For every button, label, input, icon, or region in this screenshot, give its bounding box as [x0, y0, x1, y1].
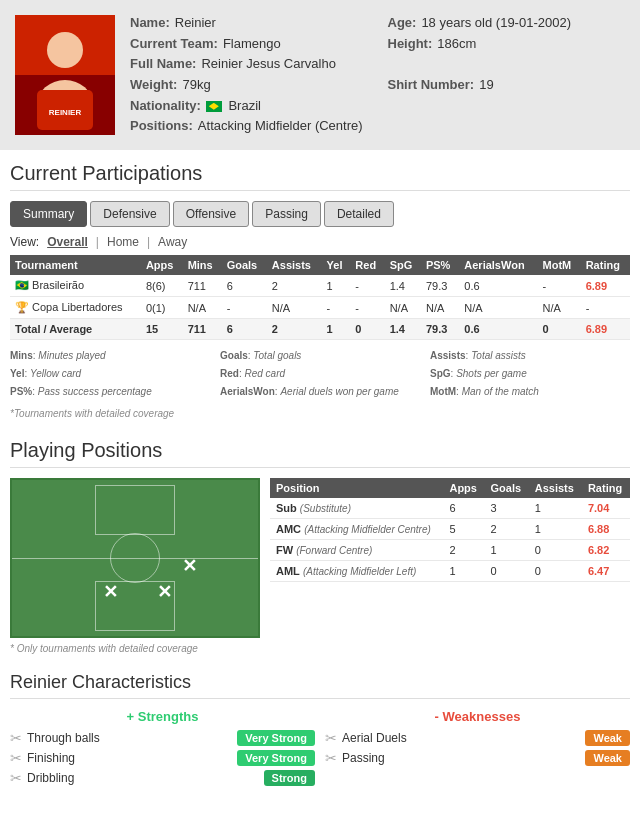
strength-badge: Very Strong — [237, 750, 315, 766]
tab-summary[interactable]: Summary — [10, 201, 87, 227]
player-name-row: Name: Reinier — [130, 15, 368, 32]
shirt-label: Shirt Number: — [388, 77, 475, 94]
total-rating: 6.89 — [581, 319, 630, 340]
rating-cell: - — [581, 297, 630, 319]
weight-label: Weight: — [130, 77, 177, 94]
legend-item: MotM: Man of the match — [430, 384, 630, 400]
pos-col-position: Position — [270, 478, 443, 498]
total-ps: 79.3 — [421, 319, 459, 340]
total-label: Total / Average — [10, 319, 141, 340]
total-red: 0 — [350, 319, 384, 340]
col-tournament: Tournament — [10, 255, 141, 275]
tab-detailed[interactable]: Detailed — [324, 201, 394, 227]
weakness-icon: ✂ — [325, 730, 337, 746]
legend-item: Goals: Total goals — [220, 348, 420, 364]
svg-point-2 — [47, 32, 83, 68]
player-weight-row: Weight: 79kg — [130, 77, 368, 94]
strengths-title: + Strengths — [10, 709, 315, 724]
position-marker-2[interactable]: ✕ — [103, 581, 118, 603]
pos-col-apps: Apps — [443, 478, 484, 498]
strength-icon: ✂ — [10, 730, 22, 746]
weakness-badge: Weak — [585, 750, 630, 766]
strength-icon: ✂ — [10, 750, 22, 766]
pos-rating-cell: 6.82 — [582, 540, 630, 561]
position-marker-3[interactable]: ✕ — [157, 581, 172, 603]
pos-assists-cell: 0 — [529, 540, 582, 561]
legend-item: Red: Red card — [220, 366, 420, 382]
col-mins: Mins — [183, 255, 222, 275]
player-nationality-row: Nationality: Brazil — [130, 98, 368, 115]
player-age-row: Age: 18 years old (19-01-2002) — [388, 15, 626, 32]
pos-name-cell: FW (Forward Centre) — [270, 540, 443, 561]
pitch-penalty-box-top — [95, 485, 175, 535]
total-goals: 6 — [222, 319, 267, 340]
yel-cell: 1 — [322, 275, 351, 297]
col-assists: Assists — [267, 255, 322, 275]
assists-cell: N/A — [267, 297, 322, 319]
apps-cell: 0(1) — [141, 297, 183, 319]
strength-icon: ✂ — [10, 770, 22, 786]
participations-title: Current Participations — [10, 162, 630, 191]
legend-item: Yel: Yellow card — [10, 366, 210, 382]
player-height: 186cm — [437, 36, 476, 53]
col-ps: PS% — [421, 255, 459, 275]
pos-row: FW (Forward Centre) 2 1 0 6.82 — [270, 540, 630, 561]
view-away[interactable]: Away — [158, 235, 187, 249]
spg-cell: N/A — [385, 297, 421, 319]
red-cell: - — [350, 297, 384, 319]
player-positions-row: Positions: Attacking Midfielder (Centre) — [130, 118, 625, 135]
ps-cell: 79.3 — [421, 275, 459, 297]
strength-badge: Strong — [264, 770, 315, 786]
strength-badge: Very Strong — [237, 730, 315, 746]
weakness-icon: ✂ — [325, 750, 337, 766]
strength-name: Through balls — [27, 731, 232, 745]
height-label: Height: — [388, 36, 433, 53]
aerials-cell: 0.6 — [459, 275, 537, 297]
player-info: Name: Reinier Age: 18 years old (19-01-2… — [130, 15, 625, 135]
pos-goals-cell: 0 — [485, 561, 529, 582]
col-goals: Goals — [222, 255, 267, 275]
col-motm: MotM — [538, 255, 581, 275]
pos-name-cell: AMC (Attacking Midfielder Centre) — [270, 519, 443, 540]
pos-goals-cell: 2 — [485, 519, 529, 540]
pos-rating-cell: 6.47 — [582, 561, 630, 582]
col-apps: Apps — [141, 255, 183, 275]
team-label: Current Team: — [130, 36, 218, 53]
tab-passing[interactable]: Passing — [252, 201, 321, 227]
rating-cell: 6.89 — [581, 275, 630, 297]
pos-row: AML (Attacking Midfielder Left) 1 0 0 6.… — [270, 561, 630, 582]
mins-cell: 711 — [183, 275, 222, 297]
ps-cell: N/A — [421, 297, 459, 319]
view-selector: View: Overall | Home | Away — [10, 235, 630, 249]
col-red: Red — [350, 255, 384, 275]
weakness-badge: Weak — [585, 730, 630, 746]
view-overall[interactable]: Overall — [47, 235, 88, 249]
view-home[interactable]: Home — [107, 235, 139, 249]
position-marker-1[interactable]: ✕ — [182, 555, 197, 577]
weaknesses-column: - Weaknesses ✂ Aerial Duels Weak ✂ Passi… — [325, 709, 630, 790]
total-mins: 711 — [183, 319, 222, 340]
col-yel: Yel — [322, 255, 351, 275]
motm-cell: N/A — [538, 297, 581, 319]
col-spg: SpG — [385, 255, 421, 275]
flag-icon: 🏆 — [15, 301, 32, 313]
total-aerials: 0.6 — [459, 319, 537, 340]
tournament-cell: 🏆 Copa Libertadores — [10, 297, 141, 319]
tournament-cell: 🇧🇷 Brasileirão — [10, 275, 141, 297]
player-fullname: Reinier Jesus Carvalho — [201, 56, 335, 73]
pos-rating-cell: 6.88 — [582, 519, 630, 540]
participations-tabs: Summary Defensive Offensive Passing Deta… — [10, 201, 630, 227]
tab-offensive[interactable]: Offensive — [173, 201, 249, 227]
strength-item: ✂ Dribbling Strong — [10, 770, 315, 786]
strength-item: ✂ Through balls Very Strong — [10, 730, 315, 746]
pos-table: Position Apps Goals Assists Rating Sub (… — [270, 478, 630, 582]
pos-apps-cell: 2 — [443, 540, 484, 561]
player-nationality: Brazil — [206, 98, 261, 115]
tab-defensive[interactable]: Defensive — [90, 201, 169, 227]
player-positions: Attacking Midfielder (Centre) — [198, 118, 363, 135]
pitch: ✕ ✕ ✕ — [10, 478, 260, 638]
svg-text:REINIER: REINIER — [49, 108, 82, 117]
legend-item: AerialsWon: Aerial duels won per game — [220, 384, 420, 400]
total-row: Total / Average 15 711 6 2 1 0 1.4 79.3 … — [10, 319, 630, 340]
char-columns: + Strengths ✂ Through balls Very Strong … — [10, 709, 630, 790]
